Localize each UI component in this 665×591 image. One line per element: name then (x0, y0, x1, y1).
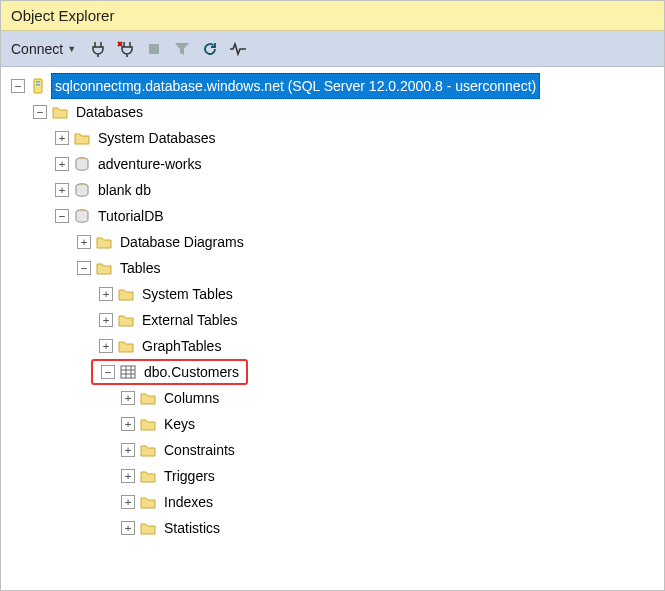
tree-node-system-tables[interactable]: + System Tables (5, 281, 660, 307)
system-tables-label[interactable]: System Tables (139, 282, 236, 306)
tree-node-system-databases[interactable]: + System Databases (5, 125, 660, 151)
expander-icon[interactable]: + (121, 469, 135, 483)
folder-icon (117, 337, 135, 355)
database-icon (73, 207, 91, 225)
databases-label[interactable]: Databases (73, 100, 146, 124)
database-icon (73, 155, 91, 173)
expander-icon[interactable]: − (33, 105, 47, 119)
tree-node-tutorialdb[interactable]: − TutorialDB (5, 203, 660, 229)
tree-node-databases[interactable]: − Databases (5, 99, 660, 125)
folder-icon (95, 259, 113, 277)
statistics-label[interactable]: Statistics (161, 516, 223, 540)
tree-node-triggers[interactable]: + Triggers (5, 463, 660, 489)
expander-icon[interactable]: + (55, 157, 69, 171)
triggers-label[interactable]: Triggers (161, 464, 218, 488)
tutorialdb-label[interactable]: TutorialDB (95, 204, 167, 228)
expander-icon[interactable]: + (99, 287, 113, 301)
db-diagrams-label[interactable]: Database Diagrams (117, 230, 247, 254)
toolbar: Connect ▼ (1, 31, 664, 67)
external-tables-label[interactable]: External Tables (139, 308, 240, 332)
columns-label[interactable]: Columns (161, 386, 222, 410)
folder-icon (51, 103, 69, 121)
database-icon (73, 181, 91, 199)
connect-button[interactable]: Connect ▼ (7, 39, 80, 59)
expander-icon[interactable]: + (99, 313, 113, 327)
graph-tables-label[interactable]: GraphTables (139, 334, 224, 358)
svg-rect-3 (36, 84, 40, 86)
folder-icon (139, 467, 157, 485)
indexes-label[interactable]: Indexes (161, 490, 216, 514)
tree-node-dbo-customers[interactable]: − dbo.Customers (5, 359, 660, 385)
constraints-label[interactable]: Constraints (161, 438, 238, 462)
expander-icon[interactable]: + (121, 495, 135, 509)
tree-node-statistics[interactable]: + Statistics (5, 515, 660, 541)
dropdown-arrow-icon: ▼ (67, 44, 76, 54)
tree-node-adventure-works[interactable]: + adventure-works (5, 151, 660, 177)
tree-node-external-tables[interactable]: + External Tables (5, 307, 660, 333)
folder-icon (95, 233, 113, 251)
expander-icon[interactable]: + (55, 183, 69, 197)
expander-icon[interactable]: − (77, 261, 91, 275)
expander-icon[interactable]: − (55, 209, 69, 223)
folder-icon (73, 129, 91, 147)
system-databases-label[interactable]: System Databases (95, 126, 219, 150)
expander-icon[interactable]: + (77, 235, 91, 249)
tree-node-server[interactable]: − sqlconnectmg.database.windows.net (SQL… (5, 73, 660, 99)
refresh-icon[interactable] (200, 39, 220, 59)
title-bar: Object Explorer (1, 1, 664, 31)
folder-icon (139, 519, 157, 537)
dbo-customers-label[interactable]: dbo.Customers (141, 360, 242, 384)
activity-icon[interactable] (228, 39, 248, 59)
connect-label: Connect (11, 41, 63, 57)
tree-node-constraints[interactable]: + Constraints (5, 437, 660, 463)
expander-icon[interactable]: + (99, 339, 113, 353)
folder-icon (139, 493, 157, 511)
panel-title: Object Explorer (11, 7, 114, 24)
expander-icon[interactable]: + (55, 131, 69, 145)
expander-icon[interactable]: − (101, 365, 115, 379)
stop-icon[interactable] (144, 39, 164, 59)
folder-icon (117, 285, 135, 303)
expander-icon[interactable]: + (121, 391, 135, 405)
object-tree[interactable]: − sqlconnectmg.database.windows.net (SQL… (1, 67, 664, 551)
server-icon (29, 77, 47, 95)
tables-label[interactable]: Tables (117, 256, 163, 280)
highlight-annotation: − dbo.Customers (91, 359, 248, 385)
folder-icon (117, 311, 135, 329)
server-label[interactable]: sqlconnectmg.database.windows.net (SQL S… (51, 73, 540, 99)
svg-rect-2 (36, 81, 40, 83)
svg-rect-0 (149, 44, 159, 54)
tree-node-blank-db[interactable]: + blank db (5, 177, 660, 203)
table-icon (119, 363, 137, 381)
connect-plug-icon[interactable] (88, 39, 108, 59)
svg-rect-7 (121, 366, 135, 378)
tree-node-tables[interactable]: − Tables (5, 255, 660, 281)
expander-icon[interactable]: + (121, 521, 135, 535)
blank-db-label[interactable]: blank db (95, 178, 154, 202)
keys-label[interactable]: Keys (161, 412, 198, 436)
folder-icon (139, 415, 157, 433)
expander-icon[interactable]: − (11, 79, 25, 93)
tree-node-db-diagrams[interactable]: + Database Diagrams (5, 229, 660, 255)
tree-node-keys[interactable]: + Keys (5, 411, 660, 437)
tree-node-columns[interactable]: + Columns (5, 385, 660, 411)
disconnect-plug-icon[interactable] (116, 39, 136, 59)
tree-node-indexes[interactable]: + Indexes (5, 489, 660, 515)
tree-node-graph-tables[interactable]: + GraphTables (5, 333, 660, 359)
folder-icon (139, 441, 157, 459)
expander-icon[interactable]: + (121, 417, 135, 431)
filter-icon[interactable] (172, 39, 192, 59)
folder-icon (139, 389, 157, 407)
adventure-works-label[interactable]: adventure-works (95, 152, 205, 176)
expander-icon[interactable]: + (121, 443, 135, 457)
